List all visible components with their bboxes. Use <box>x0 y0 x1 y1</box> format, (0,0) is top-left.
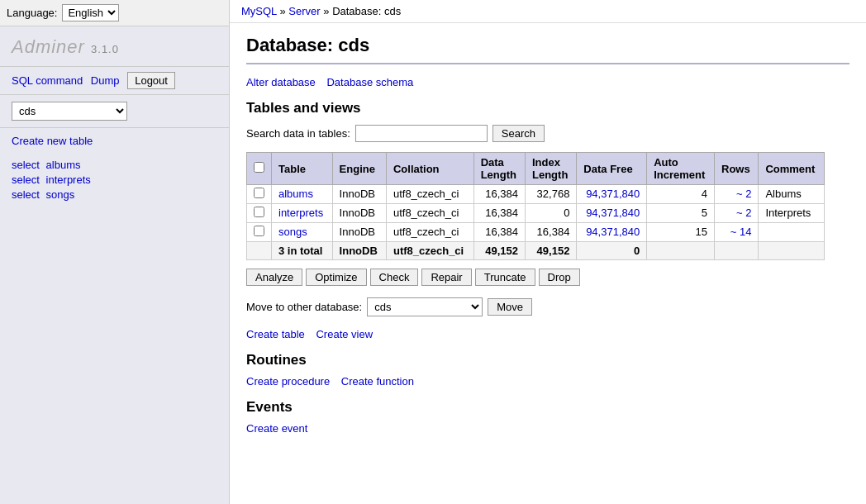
rows-link[interactable]: ~ 14 <box>730 226 752 238</box>
row-data-length: 16,384 <box>473 185 525 204</box>
create-event-link[interactable]: Create event <box>246 422 307 435</box>
select-albums-link[interactable]: select <box>12 159 40 171</box>
total-label: 3 in total <box>272 242 333 260</box>
row-engine: InnoDB <box>332 204 386 223</box>
row-auto-increment: 5 <box>647 204 715 223</box>
drop-button[interactable]: Drop <box>539 269 580 286</box>
row-data-length: 16,384 <box>473 204 525 223</box>
table-name-link[interactable]: albums <box>278 188 313 200</box>
logout-button[interactable]: Logout <box>127 72 175 89</box>
row-collation: utf8_czech_ci <box>386 223 473 242</box>
breadcrumb-current: Database: cds <box>332 5 401 17</box>
row-index-length: 16,384 <box>526 223 577 242</box>
table-name-link[interactable]: songs <box>278 226 307 238</box>
select-songs-link[interactable]: select <box>12 188 40 201</box>
create-table-link[interactable]: Create table <box>246 328 305 340</box>
row-comment: Albums <box>759 185 825 204</box>
col-header-rows: Rows <box>715 153 759 185</box>
repair-button[interactable]: Repair <box>421 269 471 286</box>
col-header-auto-increment: AutoIncrement <box>647 153 715 185</box>
dump-link[interactable]: Dump <box>91 74 120 87</box>
tables-section-title: Tables and views <box>246 100 849 116</box>
table-row: interprets InnoDB utf8_czech_ci 16,384 0… <box>247 204 825 223</box>
database-select[interactable]: cds <box>12 102 127 121</box>
rows-link[interactable]: ~ 2 <box>736 207 751 219</box>
total-data-free: 0 <box>577 242 647 260</box>
table-name-link[interactable]: interprets <box>278 207 323 219</box>
page-title: Database: cds <box>246 35 849 64</box>
col-header-data-free: Data Free <box>577 153 647 185</box>
sql-command-link[interactable]: SQL command <box>12 74 83 87</box>
row-rows: ~ 14 <box>715 223 759 242</box>
analyze-button[interactable]: Analyze <box>246 269 302 286</box>
table-action-buttons: Analyze Optimize Check Repair Truncate D… <box>246 269 849 286</box>
col-header-check <box>247 153 272 185</box>
rows-link[interactable]: ~ 2 <box>736 188 751 200</box>
select-interprets-link[interactable]: select <box>12 174 40 186</box>
table-row: albums InnoDB utf8_czech_ci 16,384 32,76… <box>247 185 825 204</box>
total-engine: InnoDB <box>332 242 386 260</box>
row-auto-increment: 4 <box>647 185 715 204</box>
truncate-button[interactable]: Truncate <box>475 269 535 286</box>
row-checkbox[interactable] <box>254 207 264 217</box>
breadcrumb-sep1: » <box>279 5 285 17</box>
data-free-link[interactable]: 94,371,840 <box>586 188 640 200</box>
row-engine: InnoDB <box>332 223 386 242</box>
row-rows: ~ 2 <box>715 204 759 223</box>
breadcrumb-sep2: » <box>323 5 329 17</box>
routines-title: Routines <box>246 352 849 368</box>
language-label: Language: <box>7 7 57 19</box>
move-db-select[interactable]: cds <box>367 297 483 316</box>
data-free-link[interactable]: 94,371,840 <box>586 226 640 238</box>
col-header-comment: Comment <box>759 153 825 185</box>
col-header-engine: Engine <box>332 153 386 185</box>
optimize-button[interactable]: Optimize <box>306 269 366 286</box>
table-total-row: 3 in total InnoDB utf8_czech_ci 49,152 4… <box>247 242 825 260</box>
breadcrumb: MySQL » Server » Database: cds <box>230 0 866 23</box>
move-label: Move to other database: <box>246 301 362 313</box>
breadcrumb-server[interactable]: Server <box>288 5 320 17</box>
col-header-index-length: IndexLength <box>526 153 577 185</box>
total-collation: utf8_czech_ci <box>386 242 473 260</box>
row-data-free: 94,371,840 <box>577 223 647 242</box>
row-comment: Interprets <box>759 204 825 223</box>
interprets-link[interactable]: interprets <box>46 174 91 186</box>
total-data-length: 49,152 <box>473 242 525 260</box>
tables-table: Table Engine Collation DataLength IndexL… <box>246 152 825 260</box>
create-new-table-link[interactable]: Create new table <box>0 128 229 155</box>
create-view-link[interactable]: Create view <box>316 328 373 340</box>
col-header-data-length: DataLength <box>473 153 525 185</box>
search-label: Search data in tables: <box>246 127 350 140</box>
total-index-length: 49,152 <box>526 242 577 260</box>
songs-link[interactable]: songs <box>46 188 75 201</box>
breadcrumb-mysql[interactable]: MySQL <box>241 5 277 17</box>
search-input[interactable] <box>355 125 488 142</box>
row-collation: utf8_czech_ci <box>386 204 473 223</box>
albums-link[interactable]: albums <box>46 159 81 171</box>
database-schema-link[interactable]: Database schema <box>326 76 413 88</box>
row-checkbox[interactable] <box>254 226 264 236</box>
row-engine: InnoDB <box>332 185 386 204</box>
col-header-collation: Collation <box>386 153 473 185</box>
row-auto-increment: 15 <box>647 223 715 242</box>
row-collation: utf8_czech_ci <box>386 185 473 204</box>
language-select[interactable]: English <box>62 4 119 21</box>
search-button[interactable]: Search <box>492 125 545 142</box>
row-index-length: 32,768 <box>526 185 577 204</box>
move-button[interactable]: Move <box>488 298 532 316</box>
row-checkbox[interactable] <box>254 188 264 198</box>
check-button[interactable]: Check <box>370 269 419 286</box>
adminer-logo: Adminer 3.1.0 <box>0 26 229 66</box>
row-data-free: 94,371,840 <box>577 204 647 223</box>
data-free-link[interactable]: 94,371,840 <box>586 207 640 219</box>
row-data-length: 16,384 <box>473 223 525 242</box>
select-all-checkbox[interactable] <box>254 162 264 173</box>
row-index-length: 0 <box>526 204 577 223</box>
create-procedure-link[interactable]: Create procedure <box>246 375 330 388</box>
table-row: songs InnoDB utf8_czech_ci 16,384 16,384… <box>247 223 825 242</box>
row-data-free: 94,371,840 <box>577 185 647 204</box>
events-title: Events <box>246 399 849 416</box>
create-function-link[interactable]: Create function <box>341 375 414 388</box>
alter-database-link[interactable]: Alter database <box>246 76 316 88</box>
col-header-table: Table <box>272 153 333 185</box>
